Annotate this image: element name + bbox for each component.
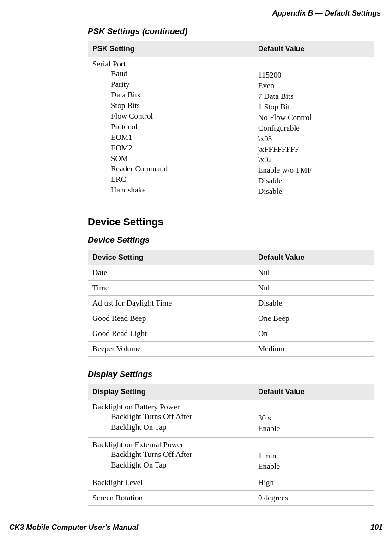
footer-manual-title: CK3 Mobile Computer User's Manual [9, 523, 138, 532]
device-settings-table: Device Setting Default Value DateNull Ti… [88, 250, 374, 357]
setting-group: Backlight on Battery Power [92, 402, 249, 412]
running-head: Appendix B — Default Settings [9, 9, 383, 18]
setting-value: 30 s [258, 413, 369, 424]
setting-name: Flow Control [111, 111, 249, 122]
setting-name: SOM [111, 154, 249, 164]
setting-name: Adjust for Daylight Time [88, 296, 253, 311]
setting-value: \x02 [258, 155, 369, 165]
setting-value: Even [258, 81, 369, 91]
column-header-value: Default Value [253, 41, 374, 57]
setting-value: Null [253, 281, 374, 296]
setting-value: 115200 [258, 70, 369, 81]
setting-name: Good Read Light [88, 326, 253, 342]
table-row: Beeper VolumeMedium [88, 342, 374, 357]
table-caption-display: Display Settings [88, 370, 374, 379]
setting-name: Time [88, 281, 253, 296]
setting-value: Disable [253, 296, 374, 311]
setting-name: Data Bits [111, 90, 249, 101]
setting-name: Backlight Turns Off After [111, 412, 249, 422]
setting-value: Disable [258, 176, 369, 186]
setting-name: Beeper Volume [88, 342, 253, 357]
table-row: Backlight on Battery Power Backlight Tur… [88, 400, 374, 437]
table-caption-psk: PSK Settings (continued) [88, 27, 374, 36]
setting-name: Backlight Turns Off After [111, 450, 249, 460]
table-row: TimeNull [88, 281, 374, 296]
setting-name: Handshake [111, 185, 249, 196]
column-header-setting: Display Setting [88, 384, 253, 400]
setting-value: 7 Data Bits [258, 91, 369, 102]
setting-name: LRC [111, 174, 249, 185]
setting-name: Parity [111, 79, 249, 90]
setting-name: Protocol [111, 122, 249, 132]
setting-name: EOM1 [111, 132, 249, 143]
setting-value: On [253, 326, 374, 342]
setting-name: Screen Rotation [88, 490, 253, 505]
column-header-setting: PSK Setting [88, 41, 253, 57]
setting-value: One Beep [253, 311, 374, 326]
column-header-value: Default Value [253, 250, 374, 265]
setting-value: Disable [258, 186, 369, 197]
setting-name: Stop Bits [111, 101, 249, 111]
setting-value: Null [253, 265, 374, 281]
setting-value: 0 degrees [253, 490, 374, 505]
setting-value: 1 min [258, 451, 369, 462]
setting-value: Enable [258, 462, 369, 472]
table-row: Screen Rotation0 degrees [88, 490, 374, 505]
table-row: Good Read BeepOne Beep [88, 311, 374, 326]
table-row: Good Read LightOn [88, 326, 374, 342]
setting-name: Backlight Level [88, 475, 253, 490]
table-row: Backlight on External Power Backlight Tu… [88, 438, 374, 475]
table-caption-device: Device Settings [88, 235, 374, 245]
setting-value: 1 Stop Bit [258, 102, 369, 113]
setting-value: \xFFFFFFFF [258, 144, 369, 155]
setting-value: Enable w/o TMF [258, 165, 369, 176]
table-row: Backlight LevelHigh [88, 475, 374, 490]
display-settings-table: Display Setting Default Value Backlight … [88, 384, 374, 506]
setting-name: Backlight On Tap [111, 422, 249, 433]
setting-name: Reader Command [111, 164, 249, 174]
setting-name: Date [88, 265, 253, 281]
setting-value: Configurable [258, 123, 369, 134]
setting-value: Enable [258, 424, 369, 434]
setting-name: EOM2 [111, 143, 249, 154]
column-header-value: Default Value [253, 384, 374, 400]
setting-value: Medium [253, 342, 374, 357]
setting-value: No Flow Control [258, 113, 369, 123]
setting-name: Baud [111, 69, 249, 79]
setting-value: High [253, 475, 374, 490]
table-row: DateNull [88, 265, 374, 281]
setting-group: Backlight on External Power [92, 440, 249, 450]
setting-name: Backlight On Tap [111, 460, 249, 471]
setting-group: Serial Port [92, 60, 249, 69]
setting-name: Good Read Beep [88, 311, 253, 326]
section-heading-device: Device Settings [88, 216, 374, 228]
psk-settings-table: PSK Setting Default Value Serial Port Ba… [88, 41, 374, 200]
table-row: Adjust for Daylight TimeDisable [88, 296, 374, 311]
column-header-setting: Device Setting [88, 250, 253, 265]
footer-page-number: 101 [370, 523, 383, 532]
table-row: Serial Port Baud Parity Data Bits Stop B… [88, 57, 374, 200]
setting-value: \x03 [258, 134, 369, 144]
